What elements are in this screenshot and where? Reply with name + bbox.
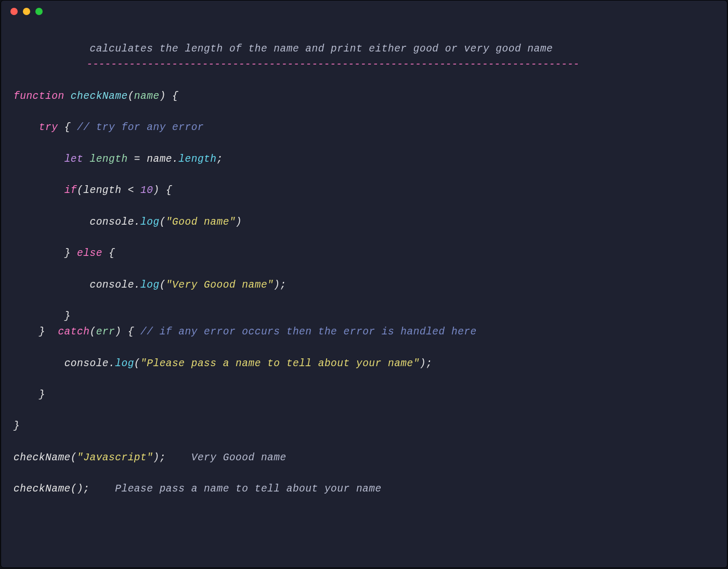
prop-length: length bbox=[178, 153, 216, 165]
call1: checkName bbox=[14, 452, 71, 463]
str-verygood: "Very Goood name" bbox=[166, 279, 274, 291]
comment-catch: // if any error occurs then the error is… bbox=[140, 326, 477, 338]
close-icon[interactable] bbox=[10, 8, 18, 15]
id-name: name bbox=[147, 153, 172, 165]
kw-try: try bbox=[39, 122, 58, 133]
output1: Very Goood name bbox=[191, 452, 287, 463]
str-please: "Please pass a name to tell about your n… bbox=[140, 358, 420, 369]
kw-let: let bbox=[64, 153, 84, 165]
comment-try: // try for any error bbox=[77, 122, 204, 133]
var-length: length bbox=[89, 153, 127, 165]
str-good: "Good name" bbox=[166, 216, 236, 228]
method-log: log bbox=[140, 216, 160, 228]
kw-function: function bbox=[14, 90, 64, 102]
maximize-icon[interactable] bbox=[35, 8, 43, 15]
console: console bbox=[89, 216, 134, 228]
param-err: err bbox=[96, 326, 115, 338]
num-10: 10 bbox=[140, 185, 153, 196]
kw-else: else bbox=[77, 248, 102, 259]
param-name: name bbox=[134, 90, 160, 102]
window-titlebar bbox=[1, 1, 727, 15]
code-window: calculates the length of the name and pr… bbox=[1, 0, 727, 568]
kw-if: if bbox=[64, 185, 77, 196]
kw-catch: catch bbox=[58, 326, 89, 338]
minimize-icon[interactable] bbox=[23, 8, 30, 15]
header-comment: calculates the length of the name and pr… bbox=[14, 43, 553, 55]
dash-line: ----------------------------------------… bbox=[14, 59, 579, 70]
function-name: checkName bbox=[71, 90, 128, 102]
output2: Please pass a name to tell about your na… bbox=[115, 483, 381, 495]
code-editor: calculates the length of the name and pr… bbox=[1, 15, 727, 510]
call2: checkName bbox=[14, 483, 71, 495]
